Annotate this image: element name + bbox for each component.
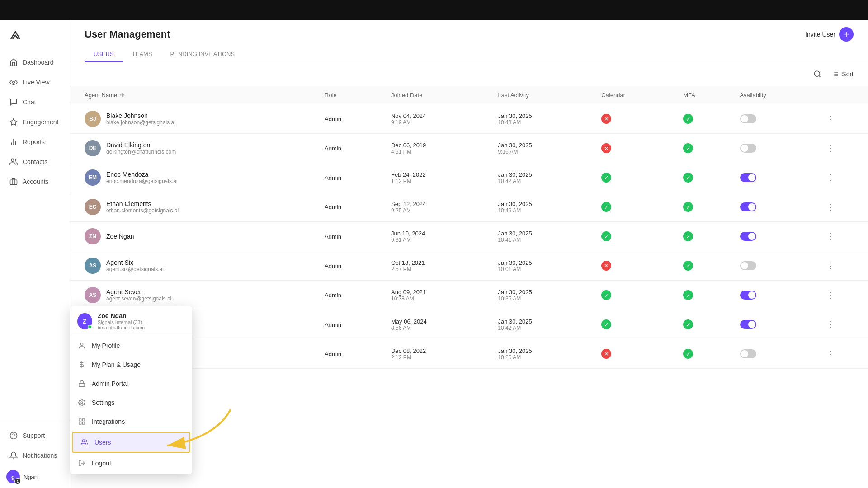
agent-name: Ethan Clements — [106, 200, 179, 207]
availability-cell[interactable] — [733, 281, 820, 310]
more-menu-button[interactable]: ⋮ — [827, 349, 835, 359]
sidebar: Dashboard Live View Chat Engagement Repo — [0, 20, 70, 488]
agent-name: Agent Seven — [106, 288, 171, 296]
tab-teams[interactable]: TEAMS — [123, 47, 161, 62]
sidebar-item-label: Notifications — [23, 452, 57, 459]
sort-button[interactable]: Sort — [832, 70, 854, 78]
contacts-icon — [9, 157, 18, 166]
sidebar-item-label: Contacts — [23, 158, 47, 165]
availability-cell[interactable] — [733, 134, 820, 163]
role-cell: Admin — [317, 222, 384, 251]
dropdown-settings[interactable]: Settings — [70, 393, 192, 412]
availability-toggle[interactable] — [740, 291, 756, 300]
more-menu-button[interactable]: ⋮ — [827, 143, 835, 153]
more-cell[interactable]: ⋮ — [820, 104, 868, 134]
calendar-inactive-icon: ✕ — [601, 349, 611, 359]
svg-point-0 — [13, 81, 15, 84]
more-cell[interactable]: ⋮ — [820, 310, 868, 339]
tab-users[interactable]: USERS — [85, 47, 123, 62]
search-button[interactable] — [810, 67, 825, 81]
availability-toggle[interactable] — [740, 202, 756, 211]
dropdown-integrations[interactable]: Integrations — [70, 412, 192, 431]
availability-toggle[interactable] — [740, 320, 756, 329]
role-cell: Admin — [317, 192, 384, 222]
sidebar-item-support[interactable]: Support — [0, 426, 70, 446]
mfa-cell: ✓ — [676, 134, 732, 163]
mfa-active-icon: ✓ — [683, 114, 693, 124]
sidebar-item-contacts[interactable]: Contacts — [0, 152, 70, 172]
more-cell[interactable]: ⋮ — [820, 163, 868, 192]
mfa-active-icon: ✓ — [683, 231, 693, 241]
more-menu-button[interactable]: ⋮ — [827, 231, 835, 241]
more-menu-button[interactable]: ⋮ — [827, 261, 835, 271]
more-cell[interactable]: ⋮ — [820, 192, 868, 222]
more-cell[interactable]: ⋮ — [820, 339, 868, 369]
agent-cell: AS Agent Six agent.six@getsignals.ai — [70, 251, 317, 281]
notification-badge: 1 — [14, 478, 21, 484]
calendar-cell: ✓ — [594, 163, 676, 192]
logout-icon — [77, 459, 86, 468]
app-logo[interactable] — [0, 24, 70, 52]
agent-name: Zoe Ngan — [106, 233, 134, 240]
agent-avatar: ZN — [85, 228, 101, 244]
svg-point-25 — [82, 440, 85, 442]
availability-cell[interactable] — [733, 163, 820, 192]
availability-cell[interactable] — [733, 310, 820, 339]
sidebar-item-dashboard[interactable]: Dashboard — [0, 52, 70, 72]
more-menu-button[interactable]: ⋮ — [827, 290, 835, 300]
more-cell[interactable]: ⋮ — [820, 134, 868, 163]
availability-toggle[interactable] — [740, 144, 756, 153]
svg-point-17 — [80, 343, 83, 345]
invite-user-button[interactable]: Invite User + — [805, 27, 854, 42]
dropdown-profile[interactable]: My Profile — [70, 336, 192, 355]
agent-email: delkington@chatfunnels.com — [106, 149, 176, 155]
availability-toggle[interactable] — [740, 232, 756, 241]
dropdown-logout[interactable]: Logout — [70, 454, 192, 473]
availability-cell[interactable] — [733, 251, 820, 281]
more-cell[interactable]: ⋮ — [820, 222, 868, 251]
more-menu-button[interactable]: ⋮ — [827, 173, 835, 183]
more-cell[interactable]: ⋮ — [820, 281, 868, 310]
page-header: User Management Invite User + USERS TEAM… — [70, 20, 868, 62]
dropdown-admin[interactable]: Admin Portal — [70, 374, 192, 393]
availability-toggle[interactable] — [740, 114, 756, 123]
more-menu-button[interactable]: ⋮ — [827, 114, 835, 124]
more-menu-button[interactable]: ⋮ — [827, 202, 835, 212]
availability-cell[interactable] — [733, 104, 820, 134]
sidebar-item-accounts[interactable]: Accounts — [0, 172, 70, 192]
col-actions — [820, 86, 868, 104]
agent-cell: AS Agent Seven agent.seven@getsignals.ai — [70, 281, 317, 310]
dropdown-users[interactable]: Users — [72, 432, 190, 453]
table-row: DE David Elkington delkington@chatfunnel… — [70, 134, 868, 163]
availability-toggle[interactable] — [740, 261, 756, 270]
calendar-cell: ✕ — [594, 104, 676, 134]
page-title: User Management — [85, 28, 170, 40]
role-cell: Admin — [317, 281, 384, 310]
mfa-active-icon: ✓ — [683, 349, 693, 359]
more-cell[interactable]: ⋮ — [820, 251, 868, 281]
mfa-cell: ✓ — [676, 281, 732, 310]
agent-avatar: BJ — [85, 111, 101, 127]
availability-toggle[interactable] — [740, 173, 756, 182]
mfa-cell: ✓ — [676, 104, 732, 134]
availability-toggle[interactable] — [740, 349, 756, 358]
sidebar-item-chat[interactable]: Chat — [0, 92, 70, 112]
sidebar-item-label: Dashboard — [23, 59, 54, 66]
dropdown-plan[interactable]: My Plan & Usage — [70, 355, 192, 374]
sidebar-item-engagement[interactable]: Engagement — [0, 112, 70, 132]
availability-cell[interactable] — [733, 222, 820, 251]
sidebar-item-live-view[interactable]: Live View — [0, 72, 70, 92]
calendar-cell: ✓ — [594, 222, 676, 251]
agent-cell: DE David Elkington delkington@chatfunnel… — [70, 134, 317, 163]
more-menu-button[interactable]: ⋮ — [827, 319, 835, 329]
col-calendar: Calendar — [594, 86, 676, 104]
agent-name: Blake Johnson — [106, 112, 175, 119]
tab-pending[interactable]: PENDING INVITATIONS — [161, 47, 244, 62]
role-cell: Admin — [317, 104, 384, 134]
sidebar-user[interactable]: g 1 Ngan — [0, 465, 70, 488]
availability-cell[interactable] — [733, 339, 820, 369]
sidebar-item-reports[interactable]: Reports — [0, 132, 70, 152]
sidebar-item-notifications[interactable]: Notifications — [0, 446, 70, 465]
availability-cell[interactable] — [733, 192, 820, 222]
mfa-cell: ✓ — [676, 192, 732, 222]
